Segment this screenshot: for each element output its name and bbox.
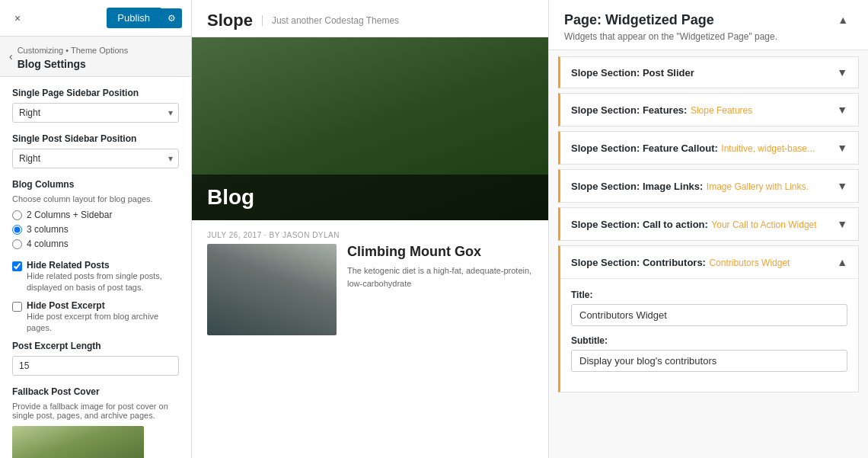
hide-related-posts-label: Hide Related Posts bbox=[27, 260, 179, 271]
radio-3col-input[interactable] bbox=[12, 225, 22, 235]
single-post-sidebar-select-wrap: Right Left None bbox=[12, 149, 179, 168]
radio-2col[interactable]: 2 Columns + Sidebar bbox=[12, 210, 179, 220]
right-panel-header: Page: Widgetized Page Widgets that appea… bbox=[549, 0, 868, 50]
widget-title-features-wrap: Slope Section: Features: Slope Features bbox=[571, 103, 752, 117]
widget-item-image-links[interactable]: Slope Section: Image Links: Image Galler… bbox=[558, 169, 859, 203]
right-panel: Page: Widgetized Page Widgets that appea… bbox=[548, 0, 868, 458]
radio-4col[interactable]: 4 columns bbox=[12, 239, 179, 249]
widget-contributors-body: Title: Subtitle: bbox=[560, 279, 858, 392]
preview-hero: Blog bbox=[192, 37, 548, 220]
radio-4col-label: 4 columns bbox=[27, 239, 69, 249]
collapse-button[interactable]: ▲ bbox=[833, 12, 853, 27]
preview-header: Slope Just another Codestag Themes bbox=[192, 0, 548, 37]
publish-button[interactable]: Publish bbox=[107, 8, 161, 28]
breadcrumb: Customizing • Theme Options bbox=[18, 46, 129, 55]
widget-subtitle-features: Slope Features bbox=[691, 105, 752, 116]
widget-title-post-slider: Slope Section: Post Slider bbox=[571, 67, 694, 78]
fallback-image-inner bbox=[12, 426, 144, 458]
blog-columns-radio-group: 2 Columns + Sidebar 3 columns 4 columns bbox=[12, 210, 179, 249]
excerpt-length-label: Post Excerpt Length bbox=[12, 341, 179, 351]
hide-related-posts-help: Hide related posts from single posts, di… bbox=[27, 271, 179, 294]
radio-2col-label: 2 Columns + Sidebar bbox=[27, 210, 112, 220]
widget-toggle-cta: ▼ bbox=[837, 218, 847, 230]
widget-contributors-title: Slope Section: Contributors: bbox=[571, 257, 706, 268]
hide-post-excerpt-item: Hide Post Excerpt Hide post excerpt from… bbox=[12, 300, 179, 335]
widget-subtitle-image-links: Image Gallery with Links. bbox=[707, 181, 809, 192]
widget-list: Slope Section: Post Slider ▼ Slope Secti… bbox=[549, 50, 868, 403]
widget-title-cta: Slope Section: Call to action: bbox=[571, 219, 708, 230]
radio-2col-input[interactable] bbox=[12, 210, 22, 220]
breadcrumb-wrap: Customizing • Theme Options Blog Setting… bbox=[18, 43, 129, 70]
single-page-sidebar-label: Single Page Sidebar Position bbox=[12, 88, 179, 98]
widget-title-image-links: Slope Section: Image Links: bbox=[571, 181, 703, 192]
widget-title-image-links-wrap: Slope Section: Image Links: Image Galler… bbox=[571, 179, 809, 193]
widget-title-callout-wrap: Slope Section: Feature Callout: Intuitiv… bbox=[571, 141, 815, 155]
hide-post-excerpt-help: Hide post excerpt from blog archive page… bbox=[27, 311, 179, 335]
blog-columns-label: Blog Columns bbox=[12, 179, 179, 190]
breadcrumb-section: ‹ Customizing • Theme Options Blog Setti… bbox=[0, 37, 191, 77]
post-meta: JULY 26, 2017 · BY JASON DYLAN bbox=[207, 231, 533, 239]
section-title: Blog Settings bbox=[18, 58, 129, 70]
middle-panel: Slope Just another Codestag Themes Blog … bbox=[192, 0, 548, 458]
widget-toggle-features: ▼ bbox=[837, 104, 847, 116]
widget-item-post-slider[interactable]: Slope Section: Post Slider ▼ bbox=[558, 56, 859, 88]
hide-related-posts-item: Hide Related Posts Hide related posts fr… bbox=[12, 260, 179, 294]
widget-toggle-image-links: ▼ bbox=[837, 180, 847, 192]
radio-4col-input[interactable] bbox=[12, 239, 22, 249]
right-panel-title: Page: Widgetized Page bbox=[564, 12, 777, 28]
blog-columns-help: Choose column layout for blog pages. bbox=[12, 194, 179, 203]
widget-contributors-toggle: ▲ bbox=[837, 256, 847, 268]
radio-3col[interactable]: 3 columns bbox=[12, 224, 179, 235]
widget-contributors-expanded: Slope Section: Contributors: Contributor… bbox=[558, 245, 859, 392]
fallback-section: Fallback Post Cover Provide a fallback i… bbox=[12, 386, 179, 458]
post-image bbox=[207, 244, 337, 335]
preview-post-area: JULY 26, 2017 · BY JASON DYLAN Climbing … bbox=[192, 220, 548, 300]
right-panel-subtitle: Widgets that appear on the "Widgetized P… bbox=[564, 31, 777, 42]
left-panel: × Publish ⚙ ‹ Customizing • Theme Option… bbox=[0, 0, 192, 458]
widget-item-features[interactable]: Slope Section: Features: Slope Features … bbox=[558, 93, 859, 127]
contributors-subtitle-label: Subtitle: bbox=[571, 335, 847, 346]
preview-area: Slope Just another Codestag Themes Blog … bbox=[192, 0, 548, 458]
publish-bar: × Publish ⚙ bbox=[0, 0, 191, 37]
blog-columns-section: Blog Columns Choose column layout for bl… bbox=[12, 179, 179, 249]
single-post-sidebar-select[interactable]: Right Left None bbox=[12, 149, 179, 168]
fallback-cover-label: Fallback Post Cover bbox=[12, 386, 179, 397]
contributors-title-label: Title: bbox=[571, 290, 847, 300]
contributors-subtitle-input[interactable] bbox=[571, 350, 847, 372]
close-button[interactable]: × bbox=[9, 10, 26, 27]
widget-item-cta[interactable]: Slope Section: Call to action: Your Call… bbox=[558, 207, 859, 241]
hide-post-excerpt-label-wrap: Hide Post Excerpt Hide post excerpt from… bbox=[27, 300, 179, 335]
widget-toggle-post-slider: ▼ bbox=[837, 66, 847, 78]
hide-post-excerpt-checkbox[interactable] bbox=[12, 302, 22, 312]
single-post-sidebar-label: Single Post Sidebar Position bbox=[12, 133, 179, 144]
fallback-cover-help: Provide a fallback image for post cover … bbox=[12, 402, 179, 420]
widget-contributors-title-wrap: Slope Section: Contributors: Contributor… bbox=[571, 255, 790, 269]
widget-item-callout[interactable]: Slope Section: Feature Callout: Intuitiv… bbox=[558, 131, 859, 165]
back-button[interactable]: ‹ bbox=[9, 50, 13, 62]
post-image-inner bbox=[207, 244, 337, 335]
site-title: Slope bbox=[207, 11, 253, 30]
single-page-sidebar-select[interactable]: Right Left None bbox=[12, 103, 179, 123]
hero-label: Blog bbox=[192, 175, 548, 220]
hide-related-posts-checkbox[interactable] bbox=[12, 261, 22, 271]
widget-contributors-subtitle: Contributors Widget bbox=[709, 258, 790, 268]
radio-3col-label: 3 columns bbox=[27, 224, 69, 235]
excerpt-length-section: Post Excerpt Length bbox=[12, 341, 179, 376]
widget-contributors-header[interactable]: Slope Section: Contributors: Contributor… bbox=[560, 246, 858, 279]
publish-settings-button[interactable]: ⚙ bbox=[161, 8, 182, 28]
site-tagline: Just another Codestag Themes bbox=[262, 15, 399, 26]
excerpt-length-input[interactable] bbox=[12, 356, 179, 376]
widget-title-features: Slope Section: Features: bbox=[571, 104, 687, 116]
contributors-title-input[interactable] bbox=[571, 304, 847, 326]
hide-post-excerpt-label: Hide Post Excerpt bbox=[27, 300, 179, 311]
widget-title-cta-wrap: Slope Section: Call to action: Your Call… bbox=[571, 217, 817, 231]
right-panel-title-wrap: Page: Widgetized Page Widgets that appea… bbox=[564, 12, 777, 42]
single-page-sidebar-select-wrap: Right Left None bbox=[12, 103, 179, 123]
widget-title-callout: Slope Section: Feature Callout: bbox=[571, 143, 718, 154]
widget-subtitle-cta: Your Call to Action Widget bbox=[711, 219, 816, 230]
hide-related-posts-label-wrap: Hide Related Posts Hide related posts fr… bbox=[27, 260, 179, 294]
publish-btn-wrap: Publish ⚙ bbox=[107, 8, 182, 28]
widget-subtitle-callout: Intuitive, widget-base... bbox=[721, 143, 815, 154]
panel-content: Single Page Sidebar Position Right Left … bbox=[0, 77, 191, 458]
fallback-image-preview bbox=[12, 426, 144, 458]
